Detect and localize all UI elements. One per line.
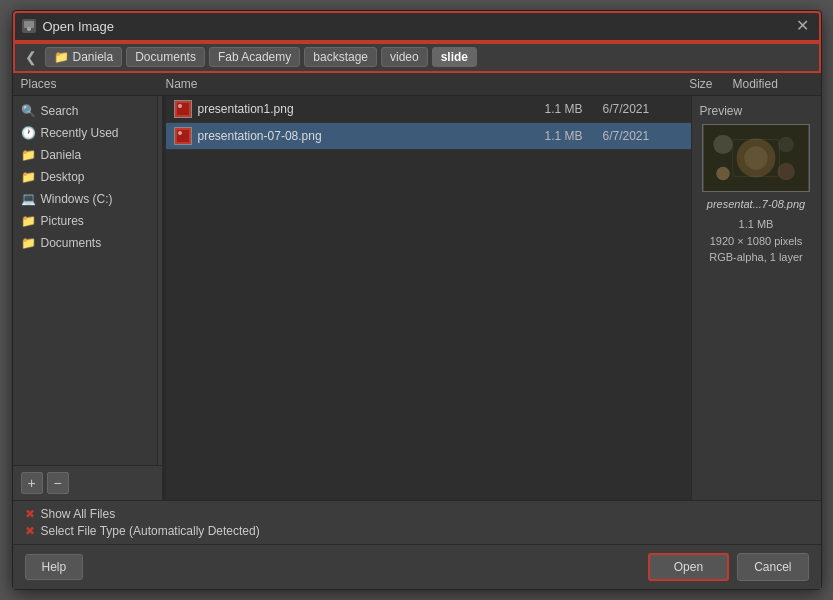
sidebar-controls: + − bbox=[13, 465, 162, 500]
open-button[interactable]: Open bbox=[648, 553, 729, 581]
sidebar-item-documents[interactable]: 📁 Documents bbox=[13, 232, 157, 254]
search-icon: 🔍 bbox=[21, 104, 36, 118]
file-size: 1.1 MB bbox=[523, 102, 603, 116]
bottom-options: ✖ Show All Files ✖ Select File Type (Aut… bbox=[13, 500, 821, 544]
preview-image bbox=[702, 124, 810, 192]
back-button[interactable]: ❮ bbox=[21, 47, 41, 67]
remove-place-button[interactable]: − bbox=[47, 472, 69, 494]
file-modified: 6/7/2021 bbox=[603, 102, 683, 116]
svg-point-13 bbox=[716, 167, 730, 181]
sidebar-item-desktop[interactable]: 📁 Desktop bbox=[13, 166, 157, 188]
svg-point-2 bbox=[27, 27, 31, 31]
computer-icon: 💻 bbox=[21, 192, 36, 206]
folder-icon: 📁 bbox=[21, 170, 36, 184]
checkbox-icon: ✖ bbox=[25, 524, 35, 538]
sidebar-wrapper: 🔍 Search 🕐 Recently Used 📁 Daniela 📁 Des… bbox=[13, 96, 162, 500]
sidebar-item-search[interactable]: 🔍 Search bbox=[13, 100, 157, 122]
breadcrumb-backstage[interactable]: backstage bbox=[304, 47, 377, 67]
preview-colormode: RGB-alpha, 1 layer bbox=[709, 249, 803, 266]
app-icon bbox=[21, 18, 37, 34]
preview-title: Preview bbox=[700, 104, 743, 118]
breadcrumb-bar: ❮ 📁 Daniela Documents Fab Academy backst… bbox=[13, 42, 821, 73]
svg-point-15 bbox=[744, 146, 767, 169]
title-bar-left: Open Image bbox=[21, 18, 115, 34]
breadcrumb-fab-academy[interactable]: Fab Academy bbox=[209, 47, 300, 67]
close-button[interactable]: ✕ bbox=[792, 16, 813, 36]
dialog-title: Open Image bbox=[43, 19, 115, 34]
breadcrumb-slide[interactable]: slide bbox=[432, 47, 477, 67]
sidebar-item-recently-used[interactable]: 🕐 Recently Used bbox=[13, 122, 157, 144]
preview-filesize: 1.1 MB bbox=[709, 216, 803, 233]
clock-icon: 🕐 bbox=[21, 126, 36, 140]
sidebar-item-daniela[interactable]: 📁 Daniela bbox=[13, 144, 157, 166]
folder-icon: 📁 bbox=[21, 214, 36, 228]
show-all-files-option[interactable]: ✖ Show All Files bbox=[25, 507, 809, 521]
folder-icon: 📁 bbox=[21, 236, 36, 250]
svg-point-8 bbox=[178, 131, 182, 135]
title-bar: Open Image ✕ bbox=[13, 11, 821, 42]
file-thumbnail bbox=[174, 127, 192, 145]
preview-panel: Preview presentat...7-08.png 1.1 MB 1920 bbox=[691, 96, 821, 500]
breadcrumb-daniela[interactable]: 📁 Daniela bbox=[45, 47, 123, 67]
checkbox-icon: ✖ bbox=[25, 507, 35, 521]
sidebar-item-pictures[interactable]: 📁 Pictures bbox=[13, 210, 157, 232]
cancel-button[interactable]: Cancel bbox=[737, 553, 808, 581]
svg-rect-1 bbox=[24, 21, 34, 28]
col-name-header[interactable]: Name bbox=[166, 77, 653, 91]
add-place-button[interactable]: + bbox=[21, 472, 43, 494]
file-modified: 6/7/2021 bbox=[603, 129, 683, 143]
col-size-header: Size bbox=[653, 77, 733, 91]
svg-point-5 bbox=[178, 104, 182, 108]
open-image-dialog: Open Image ✕ ❮ 📁 Daniela Documents Fab A… bbox=[12, 10, 822, 590]
col-places-header: Places bbox=[21, 77, 166, 91]
select-file-type-option[interactable]: ✖ Select File Type (Automatically Detect… bbox=[25, 524, 809, 538]
preview-dimensions: 1920 × 1080 pixels bbox=[709, 233, 803, 250]
sidebar: 🔍 Search 🕐 Recently Used 📁 Daniela 📁 Des… bbox=[13, 96, 158, 465]
show-all-files-label: Show All Files bbox=[41, 507, 116, 521]
file-name: presentation1.png bbox=[198, 102, 523, 116]
folder-icon: 📁 bbox=[21, 148, 36, 162]
preview-meta: 1.1 MB 1920 × 1080 pixels RGB-alpha, 1 l… bbox=[709, 216, 803, 266]
file-name: presentation-07-08.png bbox=[198, 129, 523, 143]
preview-filename: presentat...7-08.png bbox=[707, 198, 805, 210]
breadcrumb-documents[interactable]: Documents bbox=[126, 47, 205, 67]
column-headers: Places Name Size Modified bbox=[13, 73, 821, 96]
table-row[interactable]: presentation1.png 1.1 MB 6/7/2021 bbox=[166, 96, 691, 123]
svg-point-14 bbox=[777, 163, 794, 180]
breadcrumb-video[interactable]: video bbox=[381, 47, 428, 67]
main-content: 🔍 Search 🕐 Recently Used 📁 Daniela 📁 Des… bbox=[13, 96, 821, 500]
help-button[interactable]: Help bbox=[25, 554, 84, 580]
select-file-type-label: Select File Type (Automatically Detected… bbox=[41, 524, 260, 538]
svg-point-12 bbox=[778, 137, 794, 153]
action-buttons: Open Cancel bbox=[648, 553, 809, 581]
file-thumbnail bbox=[174, 100, 192, 118]
file-size: 1.1 MB bbox=[523, 129, 603, 143]
button-bar: Help Open Cancel bbox=[13, 544, 821, 589]
file-list: presentation1.png 1.1 MB 6/7/2021 presen… bbox=[166, 96, 691, 500]
svg-point-11 bbox=[713, 135, 732, 154]
folder-icon: 📁 bbox=[54, 50, 69, 64]
table-row[interactable]: presentation-07-08.png 1.1 MB 6/7/2021 bbox=[166, 123, 691, 150]
preview-svg bbox=[703, 125, 809, 191]
sidebar-item-windows-c[interactable]: 💻 Windows (C:) bbox=[13, 188, 157, 210]
col-modified-header: Modified bbox=[733, 77, 813, 91]
